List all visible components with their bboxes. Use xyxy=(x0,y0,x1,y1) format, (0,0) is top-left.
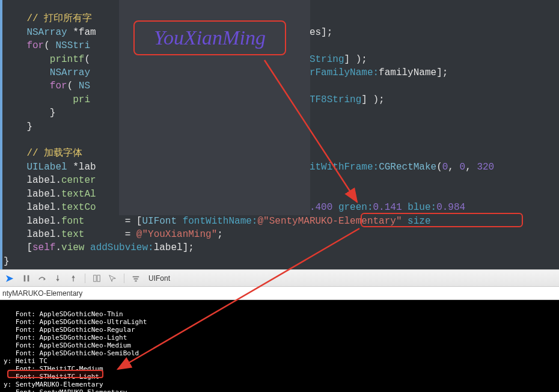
console-line: Font: STHeitiTC-Light xyxy=(4,373,99,381)
filter-icon[interactable] xyxy=(132,274,140,283)
step-over-icon[interactable] xyxy=(38,274,46,283)
console-line: Font: AppleSDGothicNeo-Medium xyxy=(4,341,131,349)
console-line: Font: AppleSDGothicNeo-UltraLight xyxy=(4,318,147,326)
console-line: y: Heiti TC xyxy=(4,357,47,365)
debug-toolbar: ➤ UIFont xyxy=(0,269,559,287)
svg-marker-9 xyxy=(109,275,116,281)
svg-rect-1 xyxy=(28,275,29,281)
svg-rect-0 xyxy=(24,275,26,281)
toolbar-separator-2 xyxy=(124,274,124,283)
debug-console[interactable]: Font: AppleSDGothicNeo-Thin Font: AppleS… xyxy=(0,300,559,392)
svg-rect-11 xyxy=(134,278,138,280)
step-in-icon[interactable] xyxy=(53,274,62,283)
views-icon[interactable] xyxy=(93,274,101,283)
svg-rect-8 xyxy=(97,275,100,281)
location-icon[interactable] xyxy=(108,274,117,283)
console-line: Font: SentyMARUKO-Elementary xyxy=(4,388,127,392)
step-out-icon[interactable] xyxy=(69,274,78,283)
svg-rect-7 xyxy=(94,275,96,281)
svg-rect-12 xyxy=(135,280,137,281)
console-line: Font: AppleSDGothicNeo-Thin xyxy=(4,310,123,318)
console-search-bar[interactable]: ntyMARUKO-Elementary xyxy=(0,287,559,300)
code-editor[interactable]: // 打印所有字 NSArray *famXXXXXXXXXXXXXXXXXXX… xyxy=(0,0,559,269)
filter-label: UIFont xyxy=(148,274,170,283)
console-line: Font: AppleSDGothicNeo-Light xyxy=(4,334,127,341)
current-line-indicator: ➤ xyxy=(5,272,14,285)
console-line: Font: STHeitiTC-Medium xyxy=(4,365,103,373)
pause-icon[interactable] xyxy=(22,274,31,283)
svg-marker-4 xyxy=(56,278,59,281)
console-line: Font: AppleSDGothicNeo-Regular xyxy=(4,326,135,334)
svg-marker-6 xyxy=(72,275,75,277)
console-line: Font: AppleSDGothicNeo-SemiBold xyxy=(4,349,139,357)
svg-rect-10 xyxy=(133,276,139,277)
search-text: ntyMARUKO-Elementary xyxy=(2,289,82,298)
toolbar-separator xyxy=(85,274,85,283)
console-line: y: SentyMARUKO-Elementary xyxy=(4,381,103,388)
font-sample-label: YouXianMing xyxy=(133,20,286,55)
